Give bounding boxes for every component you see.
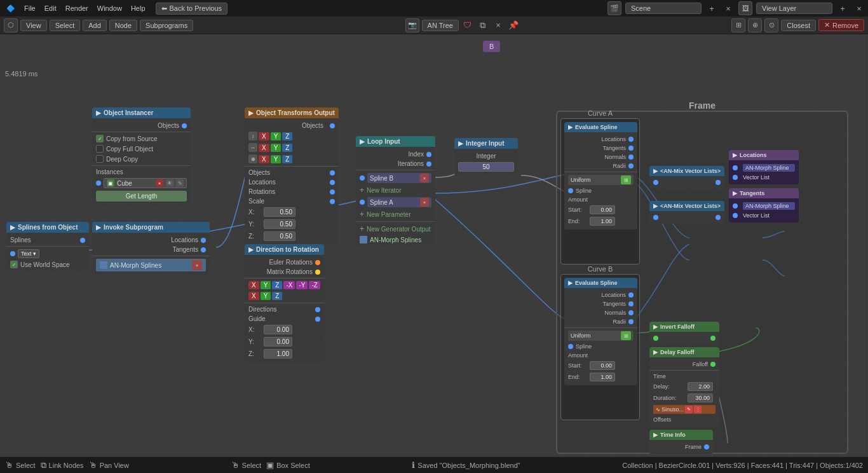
btn-z-dir-active[interactable]: Z (272, 281, 282, 289)
integer-value-row[interactable]: 50 (454, 161, 518, 173)
object-transforms-output-node[interactable]: ▶ Object Transforms Output Objects ↕ X Y… (245, 107, 339, 245)
view-layer-close-icon[interactable]: × (853, 2, 865, 15)
deep-copy-row[interactable]: Deep Copy (92, 154, 191, 164)
invert-falloff-node[interactable]: ▶ Invert Falloff (649, 322, 719, 345)
sinuso-row[interactable]: ∿ Sinuso... ✎ ⋮ (653, 405, 715, 414)
btn-xd[interactable]: X (248, 292, 259, 300)
direction-to-rotation-node[interactable]: ▶ Direction to Rotation Euler Rotations … (245, 244, 324, 362)
use-world-space-checkbox[interactable]: ✓ (10, 261, 18, 268)
scene-close-icon[interactable]: × (722, 2, 735, 15)
an-mix-1-node[interactable]: ▶ <AN-Mix Vector Lists> (649, 166, 724, 189)
spline-b-clear[interactable]: × (420, 174, 429, 182)
tangents-output-node[interactable]: ▶ Tangents AN-Morph Spline Vector List (729, 188, 799, 223)
btn-z3[interactable]: Z (282, 155, 292, 163)
dir-y-input[interactable]: 0.00 (264, 337, 292, 346)
btn-y2[interactable]: Y (271, 144, 281, 152)
btn-x3[interactable]: X (259, 155, 269, 163)
subprograms-menu[interactable]: Subprograms (140, 20, 193, 31)
btn-zd[interactable]: Z (272, 292, 282, 300)
an-morph-spline-input1[interactable]: AN-Morph Spline (743, 164, 795, 172)
btn-negy[interactable]: -Y (296, 281, 308, 289)
an-morph-splines-row[interactable]: AN-Morph Splines (356, 235, 435, 245)
layers-icon[interactable]: ⊙ (764, 18, 778, 32)
start-a-input[interactable]: 0.00 (590, 205, 615, 214)
new-iterator-row[interactable]: + New Iterator (356, 184, 435, 196)
delay-falloff-node[interactable]: ▶ Delay Falloff Falloff Time Delay: 2.00… (649, 347, 719, 427)
btn-negz[interactable]: -Z (309, 281, 320, 289)
box-select-item[interactable]: ▣ Box Select (266, 460, 310, 470)
uniform-b-dropdown[interactable]: Uniform ⊞ (568, 331, 634, 341)
uniform-a-row[interactable]: Uniform ⊞ (564, 174, 637, 186)
duration-input[interactable]: 30.00 (688, 394, 713, 402)
xyz-row3[interactable]: X Y Z (259, 155, 292, 163)
use-world-space-row[interactable]: ✓ Use World Space (6, 259, 89, 270)
btn-x1[interactable]: X (259, 132, 269, 141)
blender-icon[interactable]: 🔷 (3, 3, 19, 14)
closest-select[interactable]: Closest (781, 20, 816, 31)
select-left-item[interactable]: 🖱 Select (5, 460, 36, 470)
uniform-b-row[interactable]: Uniform ⊞ (564, 329, 637, 342)
cube-clear-button[interactable]: × (156, 179, 163, 187)
link-nodes-item[interactable]: ⧉ Link Nodes (41, 460, 84, 470)
end-a-input[interactable]: 1.00 (590, 217, 615, 226)
evaluate-spline-a-node[interactable]: ▶ Evaluate Spline Locations Tangents Nor… (564, 122, 637, 230)
xyz-row1[interactable]: X Y Z (259, 132, 292, 141)
cube-eye-icon[interactable]: 👁 (166, 179, 173, 187)
camera-icon[interactable]: 📷 (405, 18, 419, 32)
an-morph-spline-input2[interactable]: AN-Morph Spline (743, 202, 795, 210)
spline-a-clear[interactable]: × (420, 198, 429, 207)
workspace-icon[interactable]: ⬡ (4, 18, 18, 32)
btn-yd[interactable]: Y (261, 292, 271, 300)
btn-y1[interactable]: Y (271, 132, 281, 141)
loop-input-node[interactable]: ▶ Loop Input Index Iterations Spline B × (356, 136, 435, 247)
snap2-icon[interactable]: ⊕ (748, 18, 762, 32)
pan-view-item[interactable]: 🖱 Pan View (89, 460, 129, 470)
get-length-row[interactable]: Get Length (92, 189, 191, 203)
delay-input[interactable]: 2.00 (688, 382, 713, 391)
copy-from-source-cb[interactable]: ✓ (96, 135, 104, 142)
menu-edit[interactable]: Edit (41, 3, 60, 13)
scene-icon[interactable]: 🎬 (607, 1, 621, 15)
uniform-a-icon[interactable]: ⊞ (621, 175, 631, 184)
btn-y3[interactable]: Y (271, 155, 281, 163)
menu-window[interactable]: Window (93, 3, 126, 13)
btn-x-dir[interactable]: X (248, 281, 259, 289)
spline-b-input[interactable]: Spline B × (367, 173, 431, 183)
scale-y-input[interactable]: 0.50 (264, 219, 295, 229)
back-to-previous-button[interactable]: ⬅ Back to Previous (156, 3, 228, 15)
select-right-item[interactable]: 🖱 Select (231, 460, 262, 470)
cube-edit-icon[interactable]: ✎ (176, 179, 184, 187)
cube-mini-input[interactable]: ▣ Cube × 👁 ✎ (104, 178, 187, 188)
new-generator-row[interactable]: + New Generator Output (356, 223, 435, 235)
subprogram-clear-btn[interactable]: × (192, 260, 202, 270)
scene-add-icon[interactable]: + (705, 2, 718, 15)
menu-render[interactable]: Render (62, 3, 92, 13)
integer-value-input[interactable]: 50 (458, 162, 514, 172)
btn-x2[interactable]: X (259, 144, 269, 152)
get-length-button[interactable]: Get Length (96, 191, 187, 202)
xyz-row2[interactable]: X Y Z (259, 144, 292, 152)
object-instancer-node[interactable]: ▶ Object Instancer Objects ✓ Copy from S… (92, 107, 191, 205)
copy-full-object-cb[interactable] (96, 145, 104, 153)
dir-z-input[interactable]: 1.00 (264, 349, 292, 359)
shield-icon[interactable]: 🛡 (461, 19, 474, 32)
uniform-b-icon[interactable]: ⊞ (621, 331, 631, 340)
locations-output-node[interactable]: ▶ Locations AN-Morph Spline Vector List (729, 150, 799, 184)
copy-icon[interactable]: ⧉ (477, 19, 489, 32)
uniform-a-dropdown[interactable]: Uniform ⊞ (568, 175, 634, 185)
dir-x-input[interactable]: 0.00 (264, 325, 292, 334)
time-info-node[interactable]: ▶ Time Info Frame (649, 430, 713, 454)
close-icon[interactable]: × (492, 19, 505, 32)
spline-a-input[interactable]: Spline A × (367, 197, 431, 207)
new-parameter-row[interactable]: + New Parameter (356, 209, 435, 220)
invoke-subprogram-node[interactable]: ▶ Invoke Subprogram Locations Tangents A… (92, 222, 210, 275)
menu-help[interactable]: Help (127, 3, 149, 13)
integer-input-node[interactable]: ▶ Integer Input Integer 50 (454, 138, 518, 175)
end-b-input[interactable]: 1.00 (590, 373, 615, 381)
view-layer-icon[interactable]: 🖼 (738, 1, 752, 15)
btn-y-dir[interactable]: Y (261, 281, 271, 289)
copy-full-object-row[interactable]: Copy Full Object (92, 144, 191, 154)
scale-z-input[interactable]: 0.50 (264, 231, 295, 241)
subprogram-selector[interactable]: AN-Morph Splines × (96, 259, 206, 271)
evaluate-spline-b-node[interactable]: ▶ Evaluate Spline Locations Tangents Nor… (564, 278, 637, 385)
